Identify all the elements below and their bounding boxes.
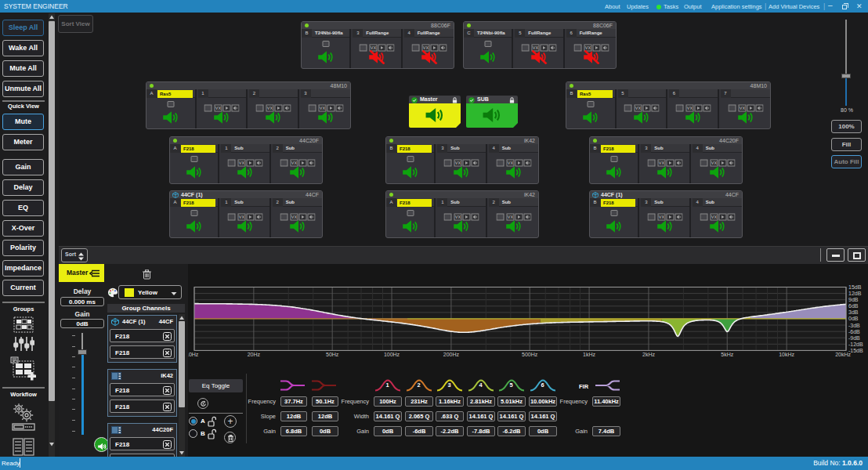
- svg-text:0dB: 0dB: [848, 316, 859, 321]
- svg-text:3: 3: [447, 381, 450, 389]
- svg-text:5kHz: 5kHz: [721, 352, 733, 357]
- svg-text:1kHz: 1kHz: [583, 352, 595, 357]
- svg-text:-15dB: -15dB: [848, 348, 863, 353]
- svg-text:9dB: 9dB: [848, 297, 859, 302]
- svg-text:6: 6: [541, 381, 544, 389]
- svg-text:2kHz: 2kHz: [642, 352, 655, 357]
- svg-text:2: 2: [417, 381, 420, 389]
- svg-text:15dB: 15dB: [848, 284, 862, 290]
- svg-text:500Hz: 500Hz: [522, 352, 538, 357]
- svg-text:-12dB: -12dB: [848, 342, 863, 347]
- svg-text:5: 5: [509, 381, 512, 389]
- svg-text:100Hz: 100Hz: [384, 352, 400, 357]
- svg-text:1: 1: [385, 381, 389, 389]
- svg-text:-9dB: -9dB: [848, 335, 860, 341]
- svg-text:12dB: 12dB: [848, 291, 862, 296]
- svg-text:20Hz: 20Hz: [248, 352, 261, 357]
- svg-text:50Hz: 50Hz: [326, 352, 339, 357]
- svg-text:10kHz: 10kHz: [779, 352, 794, 357]
- svg-text:-6dB: -6dB: [848, 329, 860, 334]
- svg-text:200Hz: 200Hz: [443, 352, 460, 357]
- svg-text:-3dB: -3dB: [848, 323, 860, 328]
- svg-text:3dB: 3dB: [848, 309, 859, 315]
- svg-text:4: 4: [479, 381, 483, 389]
- svg-text:6dB: 6dB: [848, 303, 859, 309]
